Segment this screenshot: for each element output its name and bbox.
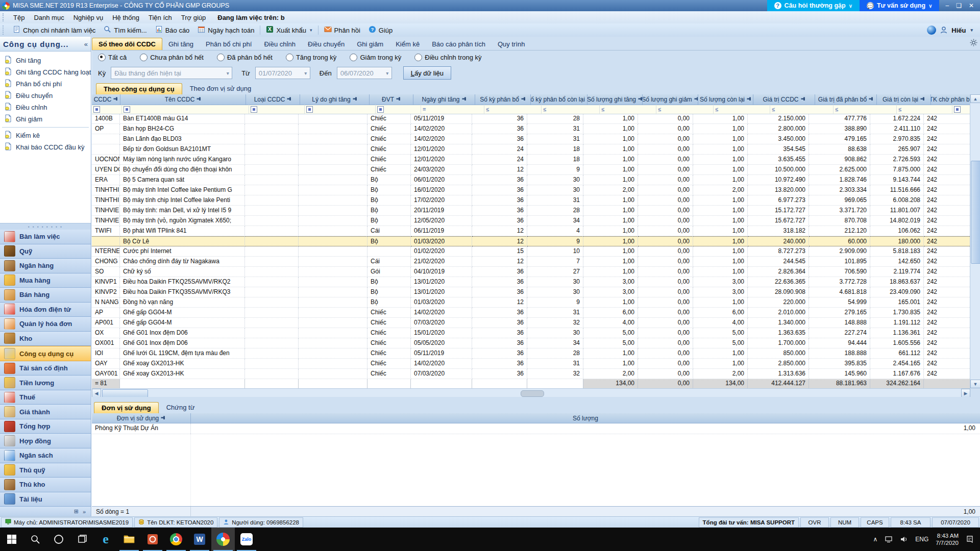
cell[interactable] — [92, 144, 120, 155]
cell[interactable]: OX — [92, 328, 120, 338]
cell[interactable]: Đồng hồ vạn năng — [120, 297, 245, 308]
column-header-ten-ccdc[interactable]: Tên CCDC — [120, 94, 246, 105]
cell[interactable]: 13/01/2020 — [411, 277, 472, 287]
cell[interactable]: Chiếc — [368, 338, 411, 348]
cell[interactable]: 5.818.183 — [870, 246, 924, 257]
cell[interactable]: 94.444 — [809, 338, 870, 348]
bottom-tab-don-vi-su-dung[interactable]: Đơn vị sử dụng — [94, 402, 159, 413]
cell[interactable]: 13.820.000 — [748, 185, 809, 195]
cell[interactable]: Ghế gấp GG04-M — [120, 318, 245, 328]
vertical-scroll-thumb[interactable] — [971, 161, 980, 264]
module-hop-dong[interactable]: Hợp đồng — [0, 434, 91, 448]
cell[interactable]: 242 — [924, 369, 970, 379]
cell[interactable] — [299, 297, 368, 308]
taskbar-file-explorer-icon[interactable] — [117, 528, 141, 551]
cell[interactable]: Cước phí Internet — [120, 246, 245, 257]
cell[interactable]: 3,00 — [693, 277, 748, 287]
cell[interactable]: 1,00 — [693, 359, 748, 369]
cell[interactable]: 9.143.744 — [870, 175, 924, 185]
column-header-dvt[interactable]: ĐVT — [370, 94, 413, 105]
cell[interactable]: 28 — [527, 206, 583, 216]
cell[interactable]: 0,00 — [638, 348, 693, 359]
cell[interactable]: OAY — [92, 359, 120, 369]
cell[interactable]: 27 — [527, 267, 583, 277]
cell[interactable]: 1,00 — [693, 216, 748, 226]
taskbar-start-icon[interactable] — [0, 528, 23, 551]
cell[interactable]: 8.727.273 — [748, 246, 809, 257]
cell[interactable]: 32 — [527, 318, 583, 328]
cell[interactable]: Cái — [368, 226, 411, 236]
tab-phan-bo-chi-phi[interactable]: Phân bổ chi phí — [200, 38, 258, 50]
cell[interactable]: 1,00 — [693, 348, 748, 359]
cell[interactable]: 1,00 — [583, 359, 638, 369]
cell[interactable]: Bộ — [368, 277, 411, 287]
cell[interactable] — [299, 348, 368, 359]
cell[interactable]: 1,00 — [693, 134, 748, 144]
view-tab-theo-don-vi-su-dung[interactable]: Theo đơn vị sử dụng — [182, 83, 259, 94]
language-indicator[interactable]: ENG — [915, 536, 928, 543]
load-data-button[interactable]: Lấy dữ liệu — [403, 66, 451, 80]
cell[interactable]: 5,00 — [583, 338, 638, 348]
cell[interactable]: OX001 — [92, 338, 120, 348]
column-header-ly-do-ghi-tang[interactable]: Lý do ghi tăng — [300, 94, 370, 105]
radio-chua-phan-bo-het[interactable]: Chưa phân bổ hết — [140, 54, 204, 61]
cell[interactable]: 15.172.727 — [748, 206, 809, 216]
cell[interactable]: 2.010.000 — [748, 308, 809, 318]
cell[interactable]: 908.862 — [809, 155, 870, 165]
restore-button[interactable]: ❏ — [956, 2, 962, 9]
cell[interactable]: 60.000 — [809, 236, 870, 246]
cell[interactable]: N NANG — [92, 297, 120, 308]
cell[interactable]: 7 — [527, 257, 583, 267]
cell[interactable]: Gói — [368, 267, 411, 277]
cell[interactable]: 36 — [472, 124, 527, 134]
radio-da-phan-bo-het[interactable]: Đã phân bổ hết — [217, 54, 273, 61]
taskbar-zalo-icon[interactable]: Zalo — [235, 528, 258, 551]
table-row[interactable]: Bàn Lãnh đạo BLD03Chiếc14/02/202036311,0… — [92, 134, 970, 144]
cell[interactable]: 2.970.835 — [870, 134, 924, 144]
cell[interactable] — [92, 134, 120, 144]
cell[interactable]: Chiếc — [368, 328, 411, 338]
cell[interactable]: 1,00 — [693, 124, 748, 134]
cell[interactable]: Bếp từ đơn Goldsun BA2101MT — [120, 144, 245, 155]
cell[interactable]: Bộ — [368, 175, 411, 185]
cell[interactable]: 36 — [472, 175, 527, 185]
cell[interactable]: 0,00 — [638, 226, 693, 236]
column-header-tk-cho-phan-bo[interactable]: TK chờ phân bổ — [931, 94, 970, 105]
cell[interactable]: 28.090.908 — [748, 287, 809, 297]
scroll-down-icon[interactable]: ▼ — [970, 380, 980, 388]
sidebar-item-ghi-tang-ccdc-hang-loat[interactable]: Ghi tăng CCDC hàng loạt — [0, 66, 91, 78]
table-row[interactable]: OXGhế G01 Inox đệm D06Chiếc15/01/2020363… — [92, 328, 970, 338]
filter-cell[interactable]: ≤ — [600, 105, 656, 114]
cell[interactable]: 2.150.000 — [748, 114, 809, 124]
table-row[interactable]: TINHVIEBộ máy tính: màn Dell, vi xử lý I… — [92, 206, 970, 216]
bottom-column-header-don-vi-su-dung[interactable]: Đơn vị sử dụng — [92, 413, 191, 423]
cell[interactable] — [245, 155, 299, 165]
cell[interactable]: 3.450.000 — [748, 134, 809, 144]
filter-cell[interactable]: ≤ — [656, 105, 714, 114]
cell[interactable]: 4,00 — [693, 318, 748, 328]
cell[interactable]: 15 — [472, 246, 527, 257]
cell[interactable]: 1.700.000 — [748, 338, 809, 348]
cell[interactable] — [299, 318, 368, 328]
taskbar-edge-icon[interactable]: e — [94, 528, 117, 551]
cell[interactable]: Bộ máy tính chip Intel Coffee lake Penti — [120, 195, 245, 206]
cell[interactable]: 2.119.774 — [870, 267, 924, 277]
sidebar-item-dieu-chinh[interactable]: Điều chỉnh — [0, 102, 91, 113]
radio-tang-trong-ky[interactable]: Tăng trong kỳ — [286, 54, 337, 61]
cell[interactable] — [245, 308, 299, 318]
cell[interactable]: 318.182 — [748, 226, 809, 236]
cell[interactable]: 30 — [527, 185, 583, 195]
cell[interactable] — [245, 236, 299, 246]
panel-splitter-grip[interactable]: ▪ ▪ ▪ ▪ ▪ ▪ ▪ ▪ — [0, 223, 91, 230]
scroll-up-icon[interactable]: ▲ — [970, 94, 980, 103]
cell[interactable]: 05/05/2020 — [411, 338, 472, 348]
cell[interactable]: 36 — [472, 195, 527, 206]
cell[interactable]: Ghế G01 Inox đệm D06 — [120, 338, 245, 348]
module-ngan-sach[interactable]: Ngân sách — [0, 448, 91, 463]
cell[interactable]: Bàn ET1400B màu G14 — [120, 114, 245, 124]
cell[interactable]: 14/02/2020 — [411, 124, 472, 134]
sidebar-item-dieu-chuyen[interactable]: Điều chuyển — [0, 90, 91, 102]
cell[interactable]: 4.681.818 — [809, 287, 870, 297]
split-grip[interactable] — [521, 390, 544, 397]
cell[interactable]: TWIFI — [92, 226, 120, 236]
